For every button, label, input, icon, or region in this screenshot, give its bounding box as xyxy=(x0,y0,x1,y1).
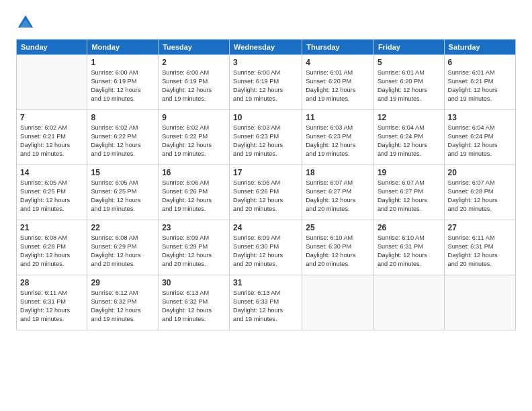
weekday-header-row: SundayMondayTuesdayWednesdayThursdayFrid… xyxy=(17,40,516,55)
day-number: 6 xyxy=(448,58,512,67)
weekday-header: Saturday xyxy=(444,40,515,55)
calendar-cell: 28Sunrise: 6:11 AM Sunset: 6:31 PM Dayli… xyxy=(17,275,87,330)
calendar-cell: 26Sunrise: 6:10 AM Sunset: 6:31 PM Dayli… xyxy=(373,220,444,275)
day-number: 3 xyxy=(233,58,298,67)
day-number: 19 xyxy=(378,168,441,177)
day-info: Sunrise: 6:09 AM Sunset: 6:29 PM Dayligh… xyxy=(162,234,226,269)
calendar-cell: 5Sunrise: 6:01 AM Sunset: 6:20 PM Daylig… xyxy=(373,55,444,110)
day-info: Sunrise: 6:05 AM Sunset: 6:25 PM Dayligh… xyxy=(20,179,83,214)
day-number: 13 xyxy=(448,113,512,122)
day-info: Sunrise: 6:10 AM Sunset: 6:31 PM Dayligh… xyxy=(378,234,441,269)
day-info: Sunrise: 6:12 AM Sunset: 6:32 PM Dayligh… xyxy=(91,289,154,324)
calendar-cell xyxy=(17,55,87,110)
calendar-cell: 18Sunrise: 6:07 AM Sunset: 6:27 PM Dayli… xyxy=(302,165,374,220)
calendar-cell xyxy=(444,275,515,330)
calendar-cell: 24Sunrise: 6:09 AM Sunset: 6:30 PM Dayli… xyxy=(230,220,302,275)
day-number: 20 xyxy=(448,168,512,177)
calendar-cell: 25Sunrise: 6:10 AM Sunset: 6:30 PM Dayli… xyxy=(302,220,374,275)
calendar-cell xyxy=(373,275,444,330)
calendar-cell: 12Sunrise: 6:04 AM Sunset: 6:24 PM Dayli… xyxy=(373,110,444,165)
day-info: Sunrise: 6:03 AM Sunset: 6:23 PM Dayligh… xyxy=(233,124,298,158)
calendar-cell: 23Sunrise: 6:09 AM Sunset: 6:29 PM Dayli… xyxy=(159,220,230,275)
calendar-cell: 11Sunrise: 6:03 AM Sunset: 6:23 PM Dayli… xyxy=(302,110,374,165)
calendar-body: 1Sunrise: 6:00 AM Sunset: 6:19 PM Daylig… xyxy=(17,55,516,330)
day-info: Sunrise: 6:05 AM Sunset: 6:25 PM Dayligh… xyxy=(91,179,154,214)
day-info: Sunrise: 6:08 AM Sunset: 6:28 PM Dayligh… xyxy=(20,234,83,269)
day-number: 26 xyxy=(378,223,441,232)
calendar-cell: 14Sunrise: 6:05 AM Sunset: 6:25 PM Dayli… xyxy=(17,165,87,220)
day-info: Sunrise: 6:10 AM Sunset: 6:30 PM Dayligh… xyxy=(306,234,370,269)
day-number: 27 xyxy=(448,223,512,232)
day-number: 4 xyxy=(306,58,370,67)
calendar-cell: 10Sunrise: 6:03 AM Sunset: 6:23 PM Dayli… xyxy=(230,110,302,165)
day-number: 31 xyxy=(233,278,298,287)
logo xyxy=(16,13,36,32)
day-number: 12 xyxy=(378,113,441,122)
calendar-cell: 6Sunrise: 6:01 AM Sunset: 6:21 PM Daylig… xyxy=(444,55,515,110)
day-info: Sunrise: 6:11 AM Sunset: 6:31 PM Dayligh… xyxy=(448,234,512,269)
day-info: Sunrise: 6:00 AM Sunset: 6:19 PM Dayligh… xyxy=(162,68,226,103)
calendar-cell: 31Sunrise: 6:13 AM Sunset: 6:33 PM Dayli… xyxy=(230,275,302,330)
calendar-cell: 19Sunrise: 6:07 AM Sunset: 6:27 PM Dayli… xyxy=(373,165,444,220)
calendar-cell: 8Sunrise: 6:02 AM Sunset: 6:22 PM Daylig… xyxy=(87,110,159,165)
calendar-cell: 4Sunrise: 6:01 AM Sunset: 6:20 PM Daylig… xyxy=(302,55,374,110)
calendar-cell: 13Sunrise: 6:04 AM Sunset: 6:24 PM Dayli… xyxy=(444,110,515,165)
weekday-header: Sunday xyxy=(17,40,87,55)
calendar-cell: 16Sunrise: 6:06 AM Sunset: 6:26 PM Dayli… xyxy=(159,165,230,220)
day-info: Sunrise: 6:09 AM Sunset: 6:30 PM Dayligh… xyxy=(233,234,298,269)
day-number: 15 xyxy=(91,168,154,177)
day-number: 17 xyxy=(233,168,298,177)
calendar-cell: 2Sunrise: 6:00 AM Sunset: 6:19 PM Daylig… xyxy=(159,55,230,110)
day-info: Sunrise: 6:07 AM Sunset: 6:27 PM Dayligh… xyxy=(306,179,370,214)
calendar-week-row: 28Sunrise: 6:11 AM Sunset: 6:31 PM Dayli… xyxy=(17,275,516,330)
day-number: 30 xyxy=(162,278,226,287)
calendar-table: SundayMondayTuesdayWednesdayThursdayFrid… xyxy=(16,39,516,330)
calendar-cell: 20Sunrise: 6:07 AM Sunset: 6:28 PM Dayli… xyxy=(444,165,515,220)
day-info: Sunrise: 6:07 AM Sunset: 6:28 PM Dayligh… xyxy=(448,179,512,214)
day-info: Sunrise: 6:13 AM Sunset: 6:33 PM Dayligh… xyxy=(233,289,298,324)
calendar-cell: 22Sunrise: 6:08 AM Sunset: 6:29 PM Dayli… xyxy=(87,220,159,275)
calendar-cell: 27Sunrise: 6:11 AM Sunset: 6:31 PM Dayli… xyxy=(444,220,515,275)
calendar-cell: 17Sunrise: 6:06 AM Sunset: 6:26 PM Dayli… xyxy=(230,165,302,220)
day-info: Sunrise: 6:00 AM Sunset: 6:19 PM Dayligh… xyxy=(233,68,298,103)
day-number: 23 xyxy=(162,223,226,232)
calendar-week-row: 1Sunrise: 6:00 AM Sunset: 6:19 PM Daylig… xyxy=(17,55,516,110)
day-number: 16 xyxy=(162,168,226,177)
day-number: 8 xyxy=(91,113,154,122)
logo-icon xyxy=(16,13,35,32)
calendar-week-row: 7Sunrise: 6:02 AM Sunset: 6:21 PM Daylig… xyxy=(17,110,516,165)
day-number: 5 xyxy=(378,58,441,67)
calendar-cell: 21Sunrise: 6:08 AM Sunset: 6:28 PM Dayli… xyxy=(17,220,87,275)
weekday-header: Tuesday xyxy=(159,40,230,55)
day-number: 18 xyxy=(306,168,370,177)
weekday-header: Monday xyxy=(87,40,159,55)
calendar-cell: 15Sunrise: 6:05 AM Sunset: 6:25 PM Dayli… xyxy=(87,165,159,220)
day-info: Sunrise: 6:04 AM Sunset: 6:24 PM Dayligh… xyxy=(448,124,512,158)
calendar-cell: 3Sunrise: 6:00 AM Sunset: 6:19 PM Daylig… xyxy=(230,55,302,110)
day-number: 7 xyxy=(20,113,83,122)
day-info: Sunrise: 6:06 AM Sunset: 6:26 PM Dayligh… xyxy=(162,179,226,214)
day-info: Sunrise: 6:02 AM Sunset: 6:21 PM Dayligh… xyxy=(20,124,83,158)
day-info: Sunrise: 6:01 AM Sunset: 6:20 PM Dayligh… xyxy=(306,68,370,103)
calendar-week-row: 14Sunrise: 6:05 AM Sunset: 6:25 PM Dayli… xyxy=(17,165,516,220)
day-number: 21 xyxy=(20,223,83,232)
day-number: 2 xyxy=(162,58,226,67)
day-info: Sunrise: 6:04 AM Sunset: 6:24 PM Dayligh… xyxy=(378,124,441,158)
day-info: Sunrise: 6:11 AM Sunset: 6:31 PM Dayligh… xyxy=(20,289,83,324)
day-info: Sunrise: 6:06 AM Sunset: 6:26 PM Dayligh… xyxy=(233,179,298,214)
day-info: Sunrise: 6:03 AM Sunset: 6:23 PM Dayligh… xyxy=(306,124,370,158)
day-info: Sunrise: 6:08 AM Sunset: 6:29 PM Dayligh… xyxy=(91,234,154,269)
weekday-header: Thursday xyxy=(302,40,374,55)
day-number: 29 xyxy=(91,278,154,287)
day-number: 11 xyxy=(306,113,370,122)
calendar-cell: 9Sunrise: 6:02 AM Sunset: 6:22 PM Daylig… xyxy=(159,110,230,165)
day-number: 9 xyxy=(162,113,226,122)
calendar-cell: 30Sunrise: 6:13 AM Sunset: 6:32 PM Dayli… xyxy=(159,275,230,330)
day-info: Sunrise: 6:00 AM Sunset: 6:19 PM Dayligh… xyxy=(91,68,154,103)
calendar-cell xyxy=(302,275,374,330)
day-number: 10 xyxy=(233,113,298,122)
day-info: Sunrise: 6:01 AM Sunset: 6:20 PM Dayligh… xyxy=(378,68,441,103)
weekday-header: Wednesday xyxy=(230,40,302,55)
day-info: Sunrise: 6:02 AM Sunset: 6:22 PM Dayligh… xyxy=(91,124,154,158)
day-number: 14 xyxy=(20,168,83,177)
